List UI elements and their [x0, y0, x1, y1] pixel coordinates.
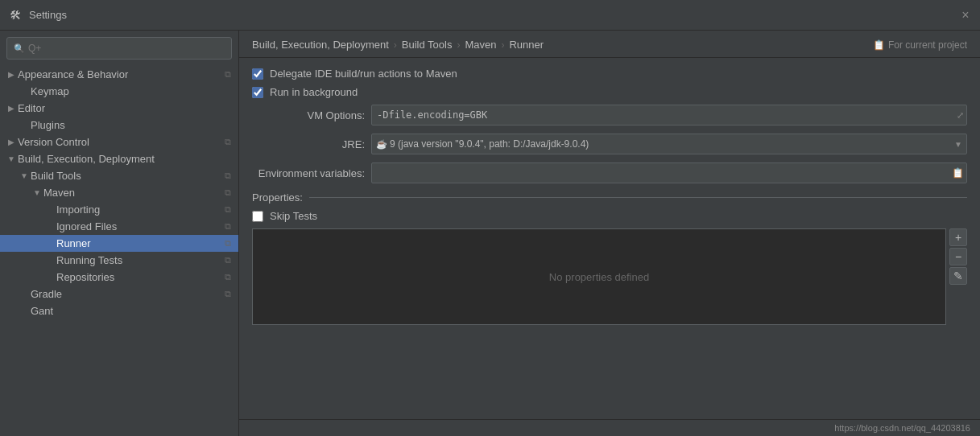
sidebar: 🔍 ▶Appearance & Behavior⧉Keymap▶EditorPl… [0, 31, 239, 436]
skip-tests-label[interactable]: Skip Tests [270, 210, 317, 222]
copy-icon: ⧉ [222, 137, 234, 148]
sidebar-item-label: Version Control [18, 136, 222, 148]
sidebar-item-runner[interactable]: Runner⧉ [0, 235, 238, 252]
sidebar-item-ignored-files[interactable]: Ignored Files⧉ [0, 218, 238, 235]
sidebar-item-version-control[interactable]: ▶Version Control⧉ [0, 134, 238, 150]
for-current-project-label: For current project [888, 39, 967, 51]
sidebar-item-editor[interactable]: ▶Editor [0, 100, 238, 117]
content-area: Build, Execution, Deployment › Build Too… [239, 31, 980, 436]
sidebar-item-build-execution[interactable]: ▼Build, Execution, Deployment [0, 150, 238, 167]
main-layout: 🔍 ▶Appearance & Behavior⧉Keymap▶EditorPl… [0, 31, 980, 436]
breadcrumb-current: Runner [509, 39, 544, 51]
sidebar-item-build-tools[interactable]: ▼Build Tools⧉ [0, 167, 238, 184]
properties-label-row: Properties: [252, 191, 967, 204]
sidebar-item-keymap[interactable]: Keymap [0, 83, 238, 100]
jre-select-wrapper: ☕ 9 (java version "9.0.4", path: D:/Java… [371, 134, 967, 154]
skip-tests-row: Skip Tests [252, 210, 967, 222]
breadcrumb-part-2: Build Tools [402, 39, 453, 51]
breadcrumb-part-1: Build, Execution, Deployment [252, 39, 389, 51]
sidebar-item-label: Keymap [31, 85, 234, 97]
remove-property-button[interactable]: − [949, 248, 967, 265]
sidebar-item-importing[interactable]: Importing⧉ [0, 201, 238, 218]
properties-divider [309, 197, 967, 198]
sidebar-item-appearance[interactable]: ▶Appearance & Behavior⧉ [0, 66, 238, 83]
properties-buttons: + − ✎ [949, 228, 967, 325]
run-background-row: Run in background [252, 86, 967, 98]
breadcrumb-part-3: Maven [465, 39, 496, 51]
window-title: Settings [29, 9, 959, 21]
copy-icon: ⧉ [222, 255, 234, 266]
tree-arrow: ▼ [5, 154, 18, 163]
env-edit-icon[interactable]: 📋 [952, 167, 964, 179]
sidebar-item-label: Importing [56, 204, 222, 216]
sidebar-item-gant[interactable]: Gant [0, 302, 238, 319]
add-property-button[interactable]: + [949, 228, 967, 246]
sidebar-item-label: Gant [31, 305, 234, 317]
env-variables-row: Environment variables: 📋 [252, 162, 967, 183]
edit-property-button[interactable]: ✎ [949, 267, 967, 285]
copy-icon: ⧉ [222, 221, 234, 232]
vm-options-wrapper: ⤢ [371, 105, 967, 125]
properties-table: No properties defined [252, 228, 946, 325]
sidebar-item-repositories[interactable]: Repositories⧉ [0, 269, 238, 286]
sidebar-item-running-tests[interactable]: Running Tests⧉ [0, 252, 238, 269]
jre-row: JRE: ☕ 9 (java version "9.0.4", path: D:… [252, 134, 967, 154]
sidebar-item-label: Plugins [31, 119, 234, 131]
vm-options-input[interactable] [371, 105, 967, 125]
tree-arrow: ▼ [18, 171, 31, 180]
expand-icon[interactable]: ⤢ [957, 110, 964, 121]
footer-url: https://blog.csdn.net/qq_44203816 [834, 423, 970, 433]
delegate-label[interactable]: Delegate IDE build/run actions to Maven [270, 68, 457, 80]
breadcrumb-sep-3: › [501, 39, 504, 51]
sidebar-item-label: Maven [43, 187, 222, 199]
project-icon: 📋 [873, 39, 885, 51]
sidebar-item-label: Appearance & Behavior [18, 68, 222, 80]
delegate-checkbox-row: Delegate IDE build/run actions to Maven [252, 68, 967, 80]
copy-icon: ⧉ [222, 69, 234, 80]
for-current-project: 📋 For current project [873, 39, 967, 51]
run-background-label[interactable]: Run in background [270, 86, 358, 98]
search-input[interactable] [28, 43, 225, 54]
delegate-checkbox[interactable] [252, 68, 263, 80]
tree-arrow: ▶ [5, 70, 18, 79]
breadcrumb: Build, Execution, Deployment › Build Too… [239, 31, 980, 58]
sidebar-tree: ▶Appearance & Behavior⧉Keymap▶EditorPlug… [0, 66, 238, 319]
sidebar-item-maven[interactable]: ▼Maven⧉ [0, 184, 238, 201]
copy-icon: ⧉ [222, 272, 234, 283]
jre-label: JRE: [252, 138, 365, 150]
sidebar-item-label: Build, Execution, Deployment [18, 153, 234, 165]
breadcrumb-sep-1: › [394, 39, 397, 51]
vm-options-row: VM Options: ⤢ [252, 105, 967, 125]
sidebar-item-label: Running Tests [56, 254, 222, 266]
no-properties-text: No properties defined [549, 271, 649, 283]
settings-form: Delegate IDE build/run actions to Maven … [239, 58, 980, 419]
run-background-checkbox[interactable] [252, 87, 263, 98]
search-icon: 🔍 [14, 43, 25, 54]
properties-table-area: No properties defined + − ✎ [252, 228, 967, 325]
vm-options-label: VM Options: [252, 109, 365, 121]
sidebar-item-plugins[interactable]: Plugins [0, 117, 238, 134]
sidebar-item-gradle[interactable]: Gradle⧉ [0, 286, 238, 302]
copy-icon: ⧉ [222, 171, 234, 182]
tree-arrow: ▶ [5, 104, 18, 113]
title-bar: 🛠 Settings × [0, 0, 980, 31]
url-footer: https://blog.csdn.net/qq_44203816 [239, 419, 980, 436]
sidebar-item-label: Build Tools [31, 170, 222, 182]
skip-tests-checkbox[interactable] [252, 211, 263, 222]
sidebar-item-label: Editor [18, 102, 234, 114]
tree-arrow: ▼ [31, 188, 43, 197]
properties-label: Properties: [252, 191, 303, 204]
env-variables-label: Environment variables: [252, 167, 365, 179]
breadcrumb-sep-2: › [457, 39, 460, 51]
close-button[interactable]: × [959, 9, 972, 22]
jre-select[interactable]: 9 (java version "9.0.4", path: D:/Java/j… [371, 134, 967, 154]
copy-icon: ⧉ [222, 289, 234, 300]
copy-icon: ⧉ [222, 187, 234, 199]
sidebar-item-label: Ignored Files [56, 220, 222, 232]
env-wrapper: 📋 [371, 162, 967, 183]
sidebar-item-label: Repositories [56, 271, 222, 283]
env-input[interactable] [371, 162, 967, 183]
app-icon: 🛠 [8, 8, 23, 23]
copy-icon: ⧉ [222, 204, 234, 216]
search-box[interactable]: 🔍 [6, 37, 232, 60]
